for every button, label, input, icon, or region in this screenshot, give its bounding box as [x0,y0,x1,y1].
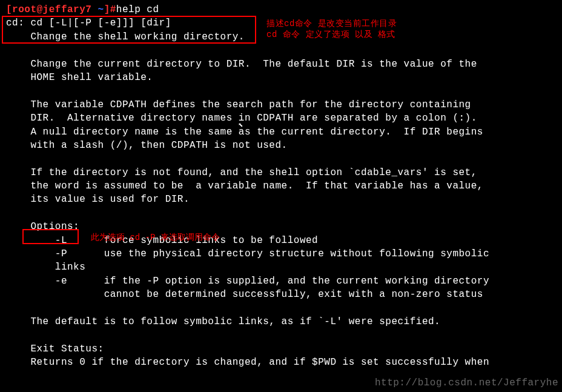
option-e: -e if the -P option is supplied, and the… [6,274,556,288]
desc-line: If the directory is not found, and the s… [6,166,556,179]
options-header: Options: [6,220,556,233]
terminal-output: [root@jeffary7 ~]#help cd cd: cd [-L|[-P… [6,3,556,370]
default-line: The default is to follow symbolic links,… [6,315,556,328]
option-L: -L force symbolic links to be followed [6,234,556,247]
typed-command: help cd [116,4,159,15]
user-host: [root@jeffary7 [6,4,98,15]
watermark-text: http://blog.csdn.net/Jeffaryhe [375,376,558,390]
desc-line: The variable CDPATH defines the search p… [6,98,556,111]
option-P-cont: links [6,261,556,274]
blank [6,44,556,57]
prompt-line[interactable]: [root@jeffary7 ~]#help cd [6,3,556,16]
desc-line: the word is assumed to be a variable nam… [6,179,556,193]
desc-line: with a slash (/), then CDPATH is not use… [6,139,556,152]
annotation-options: 此为选项 cd -P 来选取调用命令 [91,232,220,244]
desc-line: Change the current directory to DIR. The… [6,58,556,71]
annotation-summary: 描述cd命令 是改变当前工作目录 cd 命令 定义了选项 以及 格式 [266,18,397,40]
desc-line: A null directory name is the same as the… [6,125,556,139]
exit-status-line: Returns 0 if the directory is changed, a… [6,356,556,369]
cwd: ~ [98,4,104,15]
blank [6,302,556,315]
desc-line: HOME shell variable. [6,71,556,84]
prompt-suffix: ]# [104,4,116,15]
desc-line: DIR. Alternative directory names in CDPA… [6,111,556,125]
annotation-text: 描述cd命令 是改变当前工作目录 [266,18,397,29]
desc-line: its value is used for DIR. [6,193,556,206]
exit-status-header: Exit Status: [6,342,556,356]
option-P: -P use the physical directory structure … [6,247,556,261]
annotation-text: cd 命令 定义了选项 以及 格式 [266,29,397,40]
option-e-cont: cannot be determined successfully, exit … [6,288,556,301]
blank [6,152,556,165]
blank [6,84,556,98]
blank [6,328,556,342]
blank [6,207,556,220]
